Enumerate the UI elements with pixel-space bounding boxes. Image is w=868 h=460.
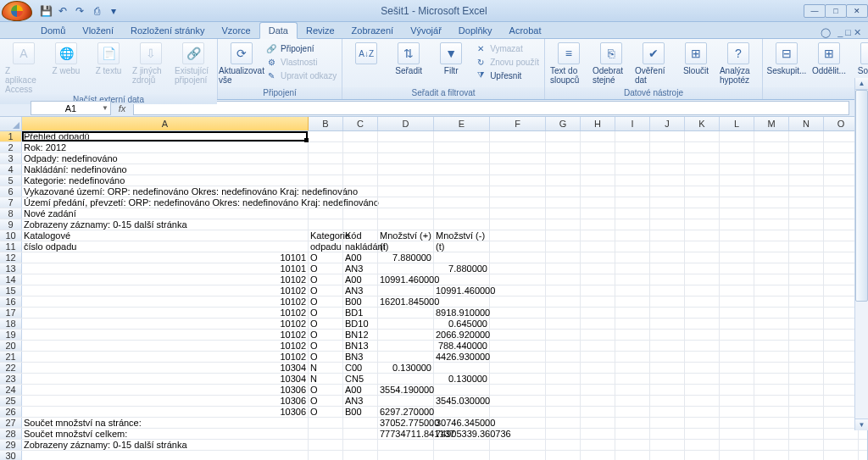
cell[interactable] — [309, 197, 343, 208]
cell[interactable] — [650, 429, 685, 439]
cell[interactable] — [650, 374, 685, 384]
cell[interactable] — [789, 297, 824, 307]
column-header[interactable]: M — [754, 117, 789, 130]
cell[interactable] — [824, 429, 859, 439]
group-button[interactable]: ⊟Seskupit... — [768, 41, 805, 75]
cell[interactable]: Množství (+) — [378, 230, 434, 241]
cell[interactable] — [546, 451, 581, 460]
row-header[interactable]: 19 — [0, 330, 22, 340]
cell[interactable] — [434, 440, 490, 450]
column-header[interactable]: L — [720, 117, 754, 130]
cell[interactable] — [434, 451, 490, 460]
row-header[interactable]: 15 — [0, 285, 22, 296]
cell[interactable] — [581, 142, 615, 152]
cell[interactable] — [581, 418, 615, 428]
cell[interactable] — [343, 142, 378, 152]
cell[interactable]: CN5 — [343, 374, 378, 384]
cell[interactable]: 10102 — [22, 352, 309, 362]
cell[interactable]: Součet množství celkem: — [22, 429, 309, 439]
cell[interactable] — [685, 429, 720, 439]
cell[interactable] — [581, 274, 615, 285]
cell[interactable]: 10102 — [22, 319, 309, 329]
cell[interactable] — [22, 451, 309, 460]
cell[interactable] — [789, 274, 824, 285]
cell[interactable]: A00 — [343, 274, 378, 285]
scroll-up-icon[interactable]: ▲ — [855, 78, 868, 90]
cell[interactable] — [581, 363, 615, 373]
cell[interactable] — [754, 263, 789, 274]
cell[interactable] — [754, 175, 789, 186]
row-header[interactable]: 7 — [0, 197, 22, 208]
cell[interactable] — [754, 396, 789, 406]
cell[interactable]: A00 — [343, 252, 378, 263]
row-header[interactable]: 29 — [0, 440, 22, 450]
cell[interactable] — [754, 197, 789, 208]
cell[interactable]: BN3 — [343, 352, 378, 362]
cell[interactable] — [685, 396, 720, 406]
cell[interactable] — [685, 440, 720, 450]
cell[interactable] — [720, 153, 754, 163]
sort-button[interactable]: ⇅Seřadit — [390, 41, 427, 75]
cell[interactable] — [615, 197, 650, 208]
cell[interactable] — [789, 230, 824, 241]
row-header[interactable]: 24 — [0, 385, 22, 395]
cell[interactable] — [754, 241, 789, 252]
cell[interactable] — [789, 186, 824, 197]
cell[interactable]: 6297.270000 — [378, 407, 434, 417]
maximize-button[interactable]: □ — [825, 4, 847, 18]
cell[interactable]: Zobrazeny záznamy: 0-15 další stránka — [22, 219, 309, 230]
cell[interactable] — [685, 208, 720, 219]
tab-rozložení stránky[interactable]: Rozložení stránky — [122, 23, 213, 38]
save-icon[interactable]: 💾 — [39, 4, 53, 18]
cell[interactable] — [434, 208, 490, 219]
cell[interactable] — [789, 374, 824, 384]
cell[interactable]: 0.130000 — [434, 374, 490, 384]
cell[interactable] — [490, 219, 546, 230]
cell[interactable] — [615, 241, 650, 252]
cell[interactable] — [824, 308, 859, 318]
cell[interactable]: O — [309, 252, 343, 263]
text-to-columns-button[interactable]: ≡Text do sloupců — [550, 41, 587, 85]
cell[interactable] — [490, 308, 546, 318]
cell[interactable] — [650, 297, 685, 307]
cell[interactable] — [581, 230, 615, 241]
cell[interactable] — [615, 263, 650, 274]
cell[interactable] — [720, 374, 754, 384]
column-header[interactable]: C — [343, 117, 378, 130]
cell[interactable]: Kód — [343, 230, 378, 241]
redo-icon[interactable]: ↷ — [73, 4, 86, 18]
cell[interactable] — [309, 219, 343, 230]
cell[interactable] — [720, 175, 754, 186]
cell[interactable] — [309, 208, 343, 219]
cell[interactable] — [720, 451, 754, 460]
cell[interactable] — [434, 186, 490, 197]
cell[interactable]: 7.880000 — [434, 263, 490, 274]
cell[interactable] — [309, 440, 343, 450]
row-header[interactable]: 6 — [0, 186, 22, 197]
cell[interactable] — [546, 418, 581, 428]
tab-acrobat[interactable]: Acrobat — [501, 23, 550, 38]
cell[interactable]: O — [309, 407, 343, 417]
cell[interactable] — [824, 374, 859, 384]
cell[interactable]: 74905339.360736 — [434, 429, 490, 439]
properties-button[interactable]: ⚙Vlastnosti — [265, 56, 337, 68]
cell[interactable] — [754, 297, 789, 307]
cell[interactable] — [343, 175, 378, 186]
column-header[interactable]: G — [546, 117, 581, 130]
cell[interactable] — [490, 131, 546, 141]
cell[interactable] — [490, 352, 546, 362]
cell[interactable] — [824, 164, 859, 175]
cell[interactable] — [581, 319, 615, 329]
cell[interactable] — [615, 440, 650, 450]
cell[interactable]: 10101 — [22, 263, 309, 274]
cell[interactable] — [824, 285, 859, 296]
cell[interactable] — [789, 153, 824, 163]
cell[interactable]: 10102 — [22, 308, 309, 318]
cell[interactable] — [343, 197, 378, 208]
ungroup-button[interactable]: ⊞Oddělit... — [810, 41, 848, 75]
cell[interactable] — [309, 164, 343, 175]
cell[interactable] — [615, 330, 650, 340]
cell[interactable] — [720, 219, 754, 230]
tab-domů[interactable]: Domů — [32, 23, 74, 38]
cell[interactable] — [434, 164, 490, 175]
